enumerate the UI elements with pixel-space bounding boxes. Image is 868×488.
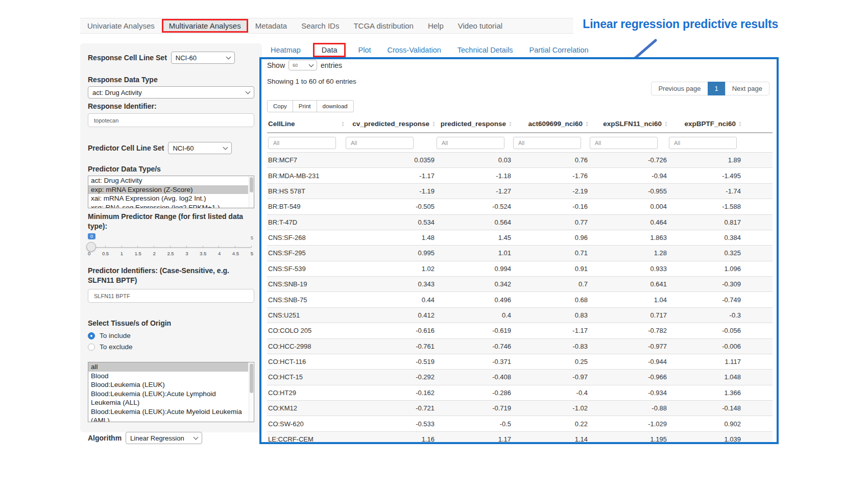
min-predictor-range-label: Minimum Predictor Range (for first liste… xyxy=(88,212,254,231)
column-header-expbptf_nci60[interactable]: expBPTF_nci60▲▼ xyxy=(668,117,773,133)
print-button[interactable]: Print xyxy=(293,100,317,112)
table-row: CNS:U2510.4120.40.830.717-0.3 xyxy=(267,307,773,323)
value-cell: -0.519 xyxy=(345,354,436,369)
min-predictor-range-slider[interactable]: 0 5 00.511.522.533.544.55 xyxy=(88,233,254,260)
listbox-option[interactable]: exp: mRNA Expression (Z-Score) xyxy=(88,185,248,194)
nav-item-video-tutorial[interactable]: Video tutorial xyxy=(451,19,510,33)
value-cell: -1.74 xyxy=(668,183,773,199)
chevron-down-icon xyxy=(223,144,228,150)
tissue-listbox[interactable]: allBloodBlood:Leukemia (LEUK)Blood:Leuke… xyxy=(88,362,254,422)
sort-icon: ▲▼ xyxy=(432,121,436,127)
response-cell-line-set-select[interactable]: NCI-60 xyxy=(171,52,235,64)
nav-item-metadata[interactable]: Metadata xyxy=(248,19,295,33)
value-cell: -1.495 xyxy=(668,168,773,183)
nav-item-tcga-distribution[interactable]: TCGA distribution xyxy=(346,19,421,33)
tab-cross-validation[interactable]: Cross-Validation xyxy=(383,44,445,56)
next-page-button[interactable]: Next page xyxy=(725,82,769,95)
scrollbar[interactable] xyxy=(249,176,254,208)
value-cell: 0.902 xyxy=(668,416,773,431)
value-cell: 1.16 xyxy=(345,431,436,444)
page-number-button[interactable]: 1 xyxy=(708,82,726,95)
slider-tickmark xyxy=(203,246,203,248)
column-header-cv_predicted_response[interactable]: cv_predicted_response▲▼ xyxy=(345,117,436,133)
cell-line-cell: BR:HS 578T xyxy=(267,183,345,199)
slider-tickmark xyxy=(251,246,252,248)
value-cell: 0.004 xyxy=(589,199,668,214)
radio-button-icon xyxy=(88,344,95,351)
radio-button-icon xyxy=(88,332,95,339)
slider-track[interactable] xyxy=(89,247,251,248)
scrollbar[interactable] xyxy=(249,362,254,422)
chevron-down-icon xyxy=(226,54,231,59)
column-header-label: CellLine xyxy=(268,120,295,128)
radio-to-include[interactable]: To include xyxy=(88,332,254,339)
cell-line-cell: BR:MCF7 xyxy=(267,153,345,168)
radio-to-exclude[interactable]: To exclude xyxy=(88,343,254,351)
listbox-option[interactable]: Blood:Leukemia (LEUK) xyxy=(88,380,248,389)
value-cell: -0.726 xyxy=(589,153,668,168)
column-filter-input[interactable]: All xyxy=(513,137,581,149)
slider-tickmark xyxy=(154,246,154,248)
slider-tickmark xyxy=(137,246,138,248)
predictor-identifiers-input[interactable]: SLFN11 BPTF xyxy=(88,289,254,303)
value-cell: 1.04 xyxy=(589,292,668,307)
radio-label: To include xyxy=(100,332,131,339)
previous-page-button[interactable]: Previous page xyxy=(651,82,708,95)
table-row: CNS:SF-2950.9951.010.711.280.325 xyxy=(267,246,773,261)
listbox-option[interactable]: Blood:Leukemia (LEUK):Acute Lymphoid Leu… xyxy=(88,389,248,407)
predictor-data-types-label: Predictor Data Type/s xyxy=(88,164,254,174)
column-filter-input[interactable]: All xyxy=(437,137,504,149)
tab-data[interactable]: Data xyxy=(313,43,346,57)
column-filter-input[interactable]: All xyxy=(268,137,336,149)
column-filter-input[interactable]: All xyxy=(669,137,737,149)
nav-item-help[interactable]: Help xyxy=(421,19,451,33)
column-header-cellline[interactable]: CellLine▲▼ xyxy=(267,117,345,133)
predictor-cell-line-set-select[interactable]: NCI-60 xyxy=(168,142,232,154)
listbox-option[interactable]: Blood:Leukemia (LEUK):Acute Myeloid Leuk… xyxy=(88,407,248,423)
column-filter-input[interactable]: All xyxy=(346,137,414,149)
column-filter-input[interactable]: All xyxy=(590,137,658,149)
listbox-option[interactable]: Blood xyxy=(88,372,248,381)
value-cell: 1.096 xyxy=(668,261,773,276)
nav-item-search-ids[interactable]: Search IDs xyxy=(294,19,346,33)
table-row: BR:HS 578T-1.19-1.27-2.19-0.955-1.74 xyxy=(267,183,773,199)
value-cell: 1.01 xyxy=(436,246,512,261)
show-entries-select[interactable]: 60 xyxy=(288,60,317,70)
algorithm-select[interactable]: Linear Regression xyxy=(126,432,202,444)
slider-tick-label: 1.5 xyxy=(135,251,141,256)
value-cell: -0.83 xyxy=(512,338,589,354)
show-label: Show xyxy=(267,61,285,69)
slider-tick-label: 5 xyxy=(251,251,253,256)
predictor-data-types-listbox[interactable]: act: Drug Activityexp: mRNA Expression (… xyxy=(88,176,254,208)
chevron-down-icon xyxy=(309,62,314,67)
tab-partial-correlation[interactable]: Partial Correlation xyxy=(525,44,593,56)
listbox-option[interactable]: xsq: RNA-seq Expression (log2 FPKM+1.) xyxy=(88,203,248,209)
column-header-label: expBPTF_nci60 xyxy=(685,120,736,128)
tab-heatmap[interactable]: Heatmap xyxy=(267,44,305,56)
cell-line-cell: CO:HCC-2998 xyxy=(267,338,345,354)
listbox-option[interactable]: act: Drug Activity xyxy=(88,176,248,185)
value-cell: -0.619 xyxy=(436,323,512,338)
slider-tick-label: 4.5 xyxy=(232,251,239,256)
value-cell: 0.994 xyxy=(436,261,512,276)
value-cell: -0.721 xyxy=(345,401,436,416)
copy-button[interactable]: Copy xyxy=(267,100,293,112)
nav-item-multivariate-analyses[interactable]: Multivariate Analyses xyxy=(162,19,248,33)
tab-plot[interactable]: Plot xyxy=(354,44,375,56)
value-cell: -0.761 xyxy=(345,338,436,354)
column-header-expslfn11_nci60[interactable]: expSLFN11_nci60▲▼ xyxy=(589,117,668,133)
tab-technical-details[interactable]: Technical Details xyxy=(453,44,517,56)
listbox-option[interactable]: xai: mRNA Expression (Avg. log2 Int.) xyxy=(88,194,248,203)
cell-line-cell: LE:CCRF-CEM xyxy=(267,431,345,444)
download-button[interactable]: download xyxy=(317,100,354,112)
response-data-type-select[interactable]: act: Drug Activity xyxy=(88,86,254,99)
listbox-option[interactable]: all xyxy=(88,362,248,372)
value-cell: -1.76 xyxy=(512,168,589,183)
column-header-predicted_response[interactable]: predicted_response▲▼ xyxy=(436,117,512,133)
response-data-type-label: Response Data Type xyxy=(88,75,254,85)
column-header-act609699_nci60[interactable]: act609699_nci60▲▼ xyxy=(512,117,589,133)
value-cell: -0.4 xyxy=(512,385,589,400)
response-identifier-input[interactable]: topotecan xyxy=(88,113,254,127)
slider-tick-label: 0.5 xyxy=(102,251,109,256)
nav-item-univariate-analyses[interactable]: Univariate Analyses xyxy=(80,19,162,33)
